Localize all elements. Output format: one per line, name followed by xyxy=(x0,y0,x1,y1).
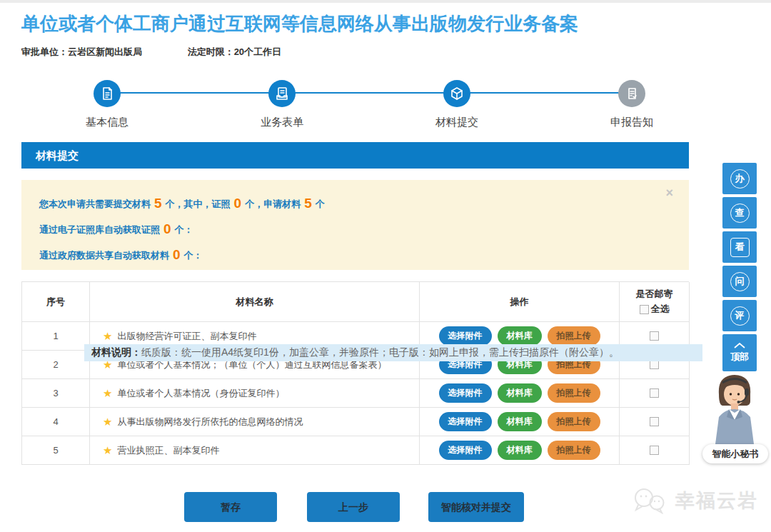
save-draft-button[interactable]: 暂存 xyxy=(184,492,277,522)
row-mail xyxy=(620,379,690,408)
material-description-tooltip: 材料说明：纸质版：统一使用A4纸复印1份，加盖公章，并验原件；电子版：如网上申报… xyxy=(84,344,702,361)
photo-upload-button[interactable]: 拍照上传 xyxy=(548,383,600,403)
section-header: 材料提交 xyxy=(21,142,689,169)
step-label: 业务表单 xyxy=(239,116,325,129)
photo-upload-button[interactable]: 拍照上传 xyxy=(548,441,600,460)
comment-icon: 评 xyxy=(730,306,750,326)
sidebar-item-query[interactable]: 查 xyxy=(722,197,757,229)
top-divider xyxy=(0,0,771,3)
row-actions: 选择附件 材料库 拍照上传 xyxy=(420,408,620,436)
step-label: 基本信息 xyxy=(64,116,150,129)
photo-upload-button[interactable]: 拍照上传 xyxy=(548,412,600,431)
materials-table: 序号 材料名称 操作 是否邮寄 全选 1 ★出版物经营许可证正、副本复印件 选择… xyxy=(21,281,689,465)
step-declare-notice[interactable]: 申报告知 xyxy=(589,80,675,129)
choose-attachment-button[interactable]: 选择附件 xyxy=(439,383,492,403)
step-material-submit[interactable]: 材料提交 xyxy=(414,80,500,129)
row-actions: 选择附件 材料库 拍照上传 xyxy=(420,379,620,408)
step-basic-info[interactable]: 基本信息 xyxy=(64,80,150,129)
time-limit: 法定时限：20个工作日 xyxy=(188,46,281,57)
row-no: 1 xyxy=(22,322,90,351)
row-no: 2 xyxy=(22,351,90,379)
required-star-icon: ★ xyxy=(103,445,112,456)
row-mail xyxy=(620,408,690,436)
page: 单位或者个体工商户通过互联网等信息网络从事出版物发行业务备案 审批单位：云岩区新… xyxy=(0,0,771,532)
speech-bubble-icon: 问 xyxy=(730,272,750,291)
chat-bubbles-icon xyxy=(631,487,670,514)
col-header-name: 材料名称 xyxy=(90,282,420,322)
row-mail xyxy=(620,436,690,465)
row-no: 4 xyxy=(22,408,90,436)
row-actions: 选择附件 材料库 拍照上传 xyxy=(420,436,620,465)
document-icon xyxy=(94,80,121,107)
choose-attachment-button[interactable]: 选择附件 xyxy=(439,441,492,460)
license-count: 0 xyxy=(231,196,246,211)
elicense-count: 0 xyxy=(160,221,175,236)
table-row: ★从事出版物网络发行所依托的信息网络的情况 xyxy=(90,408,420,436)
chevron-up-icon xyxy=(734,343,745,348)
material-library-button[interactable]: 材料库 xyxy=(498,383,542,403)
photo-upload-button[interactable]: 拍照上传 xyxy=(548,326,600,346)
choose-attachment-button[interactable]: 选择附件 xyxy=(439,412,492,431)
smart-check-submit-button[interactable]: 智能核对并提交 xyxy=(428,492,524,522)
col-header-no: 序号 xyxy=(22,282,90,322)
watermark: 幸福云岩 xyxy=(631,487,758,514)
col-header-actions: 操作 xyxy=(420,282,620,322)
notice-line-1: 您本次申请共需要提交材料5个，其中，证照0个，申请材料5个 xyxy=(39,194,671,213)
material-count: 5 xyxy=(301,196,316,211)
back-to-top-button[interactable]: 顶部 xyxy=(722,334,757,371)
step-label: 申报告知 xyxy=(589,116,675,129)
table-row: ★单位或者个人基本情况（身份证复印件） xyxy=(90,379,420,408)
sidebar-item-view[interactable]: 看 xyxy=(722,231,757,263)
mail-checkbox[interactable] xyxy=(650,331,659,341)
gov-share-count: 0 xyxy=(169,247,184,262)
assistant-label: 智能小秘书 xyxy=(702,444,768,463)
page-title: 单位或者个体工商户通过互联网等信息网络从事出版物发行业务备案 xyxy=(21,11,578,36)
sidebar-item-rate[interactable]: 评 xyxy=(722,300,757,331)
material-library-button[interactable]: 材料库 xyxy=(498,326,542,346)
previous-step-button[interactable]: 上一步 xyxy=(307,492,400,522)
step-business-form[interactable]: 业务表单 xyxy=(239,80,325,129)
box-icon xyxy=(443,80,470,107)
watermark-text: 幸福云岩 xyxy=(675,488,758,513)
sidebar-item-ask[interactable]: 问 xyxy=(722,266,757,297)
handle-icon: 办 xyxy=(730,169,750,189)
approval-meta: 审批单位：云岩区新闻出版局 法定时限：20个工作日 xyxy=(21,46,324,59)
clipboard-check-icon xyxy=(618,80,645,107)
required-star-icon: ★ xyxy=(103,416,112,427)
required-star-icon: ★ xyxy=(103,331,112,341)
assistant-avatar[interactable] xyxy=(705,370,764,444)
sidebar-item-handle[interactable]: 办 xyxy=(722,163,757,194)
table-row: ★营业执照正、副本复印件 xyxy=(90,436,420,465)
total-count: 5 xyxy=(151,196,166,211)
select-all-checkbox[interactable] xyxy=(640,305,649,314)
required-star-icon: ★ xyxy=(103,388,112,398)
screen-icon: 看 xyxy=(730,238,750,257)
row-no: 5 xyxy=(22,436,90,465)
mail-checkbox[interactable] xyxy=(650,417,659,426)
approval-unit: 审批单位：云岩区新闻出版局 xyxy=(21,46,142,57)
row-no: 3 xyxy=(22,379,90,408)
notice-line-2: 通过电子证照库自动获取证照0个： xyxy=(39,220,671,239)
steps-connector xyxy=(107,92,632,94)
search-icon: 查 xyxy=(730,204,750,223)
form-icon xyxy=(268,80,296,107)
col-header-mail: 是否邮寄 全选 xyxy=(620,282,690,322)
material-library-button[interactable]: 材料库 xyxy=(498,441,542,460)
close-icon[interactable]: × xyxy=(665,186,673,201)
mail-checkbox[interactable] xyxy=(650,388,659,398)
mail-checkbox[interactable] xyxy=(650,446,659,455)
notice-panel: × 您本次申请共需要提交材料5个，其中，证照0个，申请材料5个 通过电子证照库自… xyxy=(21,180,689,270)
notice-line-3: 通过政府数据共享自动获取材料0个： xyxy=(39,246,671,264)
step-label: 材料提交 xyxy=(414,116,500,129)
choose-attachment-button[interactable]: 选择附件 xyxy=(439,326,492,346)
material-library-button[interactable]: 材料库 xyxy=(498,412,542,431)
